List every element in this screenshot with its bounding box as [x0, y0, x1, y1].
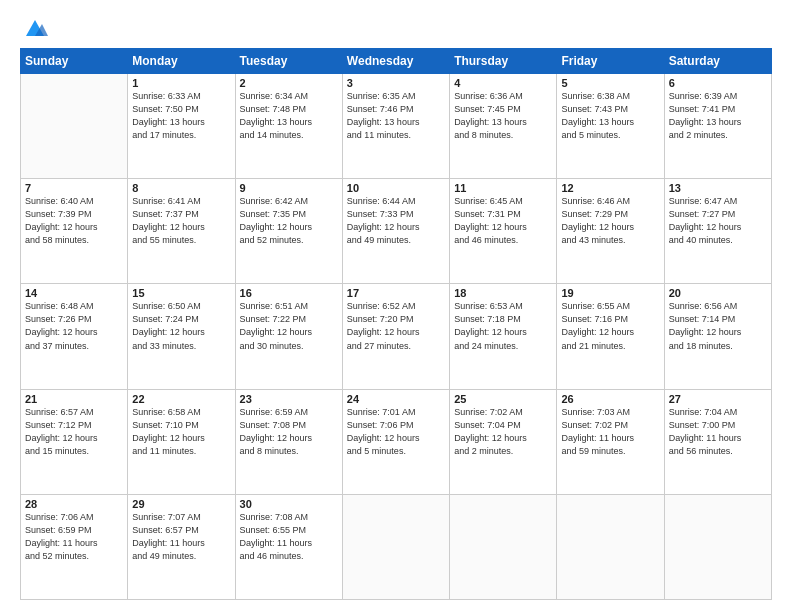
calendar-week-row: 7Sunrise: 6:40 AMSunset: 7:39 PMDaylight… — [21, 179, 772, 284]
day-number: 1 — [132, 77, 230, 89]
calendar-cell: 27Sunrise: 7:04 AMSunset: 7:00 PMDayligh… — [664, 389, 771, 494]
calendar-cell: 6Sunrise: 6:39 AMSunset: 7:41 PMDaylight… — [664, 74, 771, 179]
day-info: Sunrise: 6:52 AMSunset: 7:20 PMDaylight:… — [347, 300, 445, 352]
day-info: Sunrise: 6:53 AMSunset: 7:18 PMDaylight:… — [454, 300, 552, 352]
day-info: Sunrise: 6:35 AMSunset: 7:46 PMDaylight:… — [347, 90, 445, 142]
day-info: Sunrise: 6:41 AMSunset: 7:37 PMDaylight:… — [132, 195, 230, 247]
day-info: Sunrise: 6:33 AMSunset: 7:50 PMDaylight:… — [132, 90, 230, 142]
day-info: Sunrise: 6:47 AMSunset: 7:27 PMDaylight:… — [669, 195, 767, 247]
day-info: Sunrise: 6:40 AMSunset: 7:39 PMDaylight:… — [25, 195, 123, 247]
calendar-cell: 8Sunrise: 6:41 AMSunset: 7:37 PMDaylight… — [128, 179, 235, 284]
day-info: Sunrise: 6:42 AMSunset: 7:35 PMDaylight:… — [240, 195, 338, 247]
calendar-cell: 24Sunrise: 7:01 AMSunset: 7:06 PMDayligh… — [342, 389, 449, 494]
calendar-header-row: SundayMondayTuesdayWednesdayThursdayFrid… — [21, 49, 772, 74]
logo — [20, 18, 50, 40]
calendar-cell — [557, 494, 664, 599]
day-info: Sunrise: 6:57 AMSunset: 7:12 PMDaylight:… — [25, 406, 123, 458]
day-number: 20 — [669, 287, 767, 299]
calendar-cell — [450, 494, 557, 599]
day-info: Sunrise: 7:07 AMSunset: 6:57 PMDaylight:… — [132, 511, 230, 563]
calendar-cell: 5Sunrise: 6:38 AMSunset: 7:43 PMDaylight… — [557, 74, 664, 179]
day-number: 12 — [561, 182, 659, 194]
day-info: Sunrise: 6:36 AMSunset: 7:45 PMDaylight:… — [454, 90, 552, 142]
calendar-cell: 29Sunrise: 7:07 AMSunset: 6:57 PMDayligh… — [128, 494, 235, 599]
day-info: Sunrise: 6:46 AMSunset: 7:29 PMDaylight:… — [561, 195, 659, 247]
day-number: 19 — [561, 287, 659, 299]
day-number: 15 — [132, 287, 230, 299]
calendar-cell — [342, 494, 449, 599]
calendar-cell: 25Sunrise: 7:02 AMSunset: 7:04 PMDayligh… — [450, 389, 557, 494]
day-info: Sunrise: 6:34 AMSunset: 7:48 PMDaylight:… — [240, 90, 338, 142]
day-number: 30 — [240, 498, 338, 510]
day-info: Sunrise: 6:38 AMSunset: 7:43 PMDaylight:… — [561, 90, 659, 142]
day-number: 10 — [347, 182, 445, 194]
calendar-cell: 18Sunrise: 6:53 AMSunset: 7:18 PMDayligh… — [450, 284, 557, 389]
day-info: Sunrise: 6:51 AMSunset: 7:22 PMDaylight:… — [240, 300, 338, 352]
day-info: Sunrise: 6:58 AMSunset: 7:10 PMDaylight:… — [132, 406, 230, 458]
day-number: 18 — [454, 287, 552, 299]
day-number: 8 — [132, 182, 230, 194]
day-info: Sunrise: 7:08 AMSunset: 6:55 PMDaylight:… — [240, 511, 338, 563]
day-number: 27 — [669, 393, 767, 405]
day-number: 22 — [132, 393, 230, 405]
day-info: Sunrise: 7:02 AMSunset: 7:04 PMDaylight:… — [454, 406, 552, 458]
calendar-cell: 16Sunrise: 6:51 AMSunset: 7:22 PMDayligh… — [235, 284, 342, 389]
calendar-cell: 30Sunrise: 7:08 AMSunset: 6:55 PMDayligh… — [235, 494, 342, 599]
day-info: Sunrise: 6:45 AMSunset: 7:31 PMDaylight:… — [454, 195, 552, 247]
weekday-header: Tuesday — [235, 49, 342, 74]
day-number: 26 — [561, 393, 659, 405]
day-number: 29 — [132, 498, 230, 510]
day-number: 13 — [669, 182, 767, 194]
calendar-cell: 19Sunrise: 6:55 AMSunset: 7:16 PMDayligh… — [557, 284, 664, 389]
calendar-cell: 2Sunrise: 6:34 AMSunset: 7:48 PMDaylight… — [235, 74, 342, 179]
day-number: 7 — [25, 182, 123, 194]
day-number: 25 — [454, 393, 552, 405]
day-info: Sunrise: 6:48 AMSunset: 7:26 PMDaylight:… — [25, 300, 123, 352]
calendar-cell: 9Sunrise: 6:42 AMSunset: 7:35 PMDaylight… — [235, 179, 342, 284]
day-number: 24 — [347, 393, 445, 405]
calendar-cell: 20Sunrise: 6:56 AMSunset: 7:14 PMDayligh… — [664, 284, 771, 389]
day-number: 16 — [240, 287, 338, 299]
calendar-cell: 12Sunrise: 6:46 AMSunset: 7:29 PMDayligh… — [557, 179, 664, 284]
page: SundayMondayTuesdayWednesdayThursdayFrid… — [0, 0, 792, 612]
logo-icon — [22, 18, 48, 40]
day-info: Sunrise: 6:59 AMSunset: 7:08 PMDaylight:… — [240, 406, 338, 458]
day-number: 9 — [240, 182, 338, 194]
header — [20, 18, 772, 40]
calendar-cell: 1Sunrise: 6:33 AMSunset: 7:50 PMDaylight… — [128, 74, 235, 179]
weekday-header: Monday — [128, 49, 235, 74]
weekday-header: Saturday — [664, 49, 771, 74]
calendar-cell: 15Sunrise: 6:50 AMSunset: 7:24 PMDayligh… — [128, 284, 235, 389]
calendar-cell: 23Sunrise: 6:59 AMSunset: 7:08 PMDayligh… — [235, 389, 342, 494]
calendar: SundayMondayTuesdayWednesdayThursdayFrid… — [20, 48, 772, 600]
calendar-week-row: 1Sunrise: 6:33 AMSunset: 7:50 PMDaylight… — [21, 74, 772, 179]
weekday-header: Sunday — [21, 49, 128, 74]
calendar-cell: 14Sunrise: 6:48 AMSunset: 7:26 PMDayligh… — [21, 284, 128, 389]
calendar-week-row: 14Sunrise: 6:48 AMSunset: 7:26 PMDayligh… — [21, 284, 772, 389]
day-info: Sunrise: 6:56 AMSunset: 7:14 PMDaylight:… — [669, 300, 767, 352]
day-info: Sunrise: 6:44 AMSunset: 7:33 PMDaylight:… — [347, 195, 445, 247]
day-info: Sunrise: 7:04 AMSunset: 7:00 PMDaylight:… — [669, 406, 767, 458]
calendar-week-row: 28Sunrise: 7:06 AMSunset: 6:59 PMDayligh… — [21, 494, 772, 599]
calendar-cell: 11Sunrise: 6:45 AMSunset: 7:31 PMDayligh… — [450, 179, 557, 284]
calendar-cell: 28Sunrise: 7:06 AMSunset: 6:59 PMDayligh… — [21, 494, 128, 599]
calendar-cell: 13Sunrise: 6:47 AMSunset: 7:27 PMDayligh… — [664, 179, 771, 284]
weekday-header: Thursday — [450, 49, 557, 74]
calendar-week-row: 21Sunrise: 6:57 AMSunset: 7:12 PMDayligh… — [21, 389, 772, 494]
day-info: Sunrise: 6:50 AMSunset: 7:24 PMDaylight:… — [132, 300, 230, 352]
day-number: 2 — [240, 77, 338, 89]
day-number: 4 — [454, 77, 552, 89]
calendar-cell: 22Sunrise: 6:58 AMSunset: 7:10 PMDayligh… — [128, 389, 235, 494]
day-number: 6 — [669, 77, 767, 89]
weekday-header: Wednesday — [342, 49, 449, 74]
day-number: 14 — [25, 287, 123, 299]
day-number: 5 — [561, 77, 659, 89]
day-info: Sunrise: 6:55 AMSunset: 7:16 PMDaylight:… — [561, 300, 659, 352]
day-number: 3 — [347, 77, 445, 89]
day-info: Sunrise: 7:06 AMSunset: 6:59 PMDaylight:… — [25, 511, 123, 563]
day-number: 11 — [454, 182, 552, 194]
calendar-cell: 17Sunrise: 6:52 AMSunset: 7:20 PMDayligh… — [342, 284, 449, 389]
calendar-cell: 7Sunrise: 6:40 AMSunset: 7:39 PMDaylight… — [21, 179, 128, 284]
calendar-cell: 26Sunrise: 7:03 AMSunset: 7:02 PMDayligh… — [557, 389, 664, 494]
day-number: 21 — [25, 393, 123, 405]
